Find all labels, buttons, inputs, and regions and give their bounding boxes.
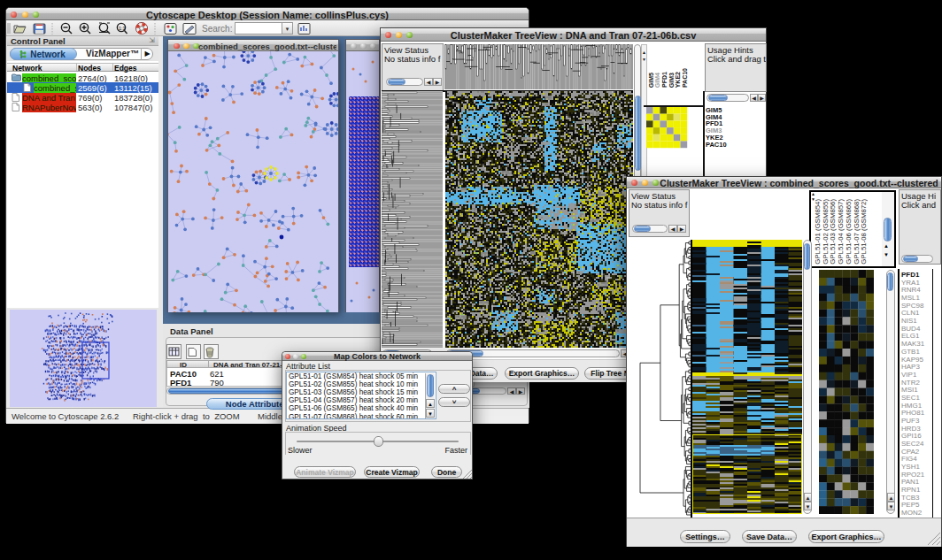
svg-text:1:1: 1:1: [119, 26, 126, 31]
